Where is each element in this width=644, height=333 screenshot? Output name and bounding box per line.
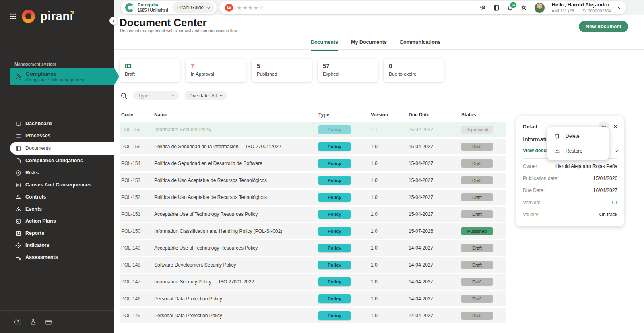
- context-menu-item[interactable]: Restore: [547, 143, 609, 158]
- menu-item-label: Delete: [566, 133, 580, 139]
- sidebar-nav-item[interactable]: Action Plans: [0, 215, 114, 227]
- nav-item-label: Controls: [25, 194, 46, 200]
- nav-item-label: Assessments: [25, 254, 58, 260]
- add-user-icon[interactable]: [479, 4, 486, 11]
- rating-stars[interactable]: ★★★★☆: [237, 5, 264, 11]
- flask-icon[interactable]: [30, 319, 37, 325]
- notifications-button[interactable]: 13: [507, 4, 514, 11]
- sidebar-nav-item[interactable]: Compliance Obligations: [0, 155, 114, 167]
- detail-field-label: Publication date:: [523, 176, 559, 181]
- sidebar-nav-item[interactable]: Causes And Consequences: [0, 179, 114, 191]
- table-row[interactable]: POL-147 Information Security Policy — IS…: [120, 274, 506, 290]
- cell-type: Policy: [313, 193, 366, 202]
- cell-code: POL-153: [120, 178, 153, 183]
- cell-code: POL-156: [120, 127, 153, 132]
- close-icon[interactable]: ×: [613, 123, 617, 130]
- cell-version: 1.0: [366, 144, 404, 149]
- table-row[interactable]: POL-155 Política de Seguridad de la Info…: [120, 139, 506, 154]
- gavel-icon: [15, 73, 22, 80]
- context-menu: Delete Restore: [547, 127, 609, 160]
- cell-name: Information Security Policy: [153, 127, 313, 132]
- detail-field-row: Validity: On track: [523, 209, 617, 221]
- detail-field-label: Version:: [523, 200, 540, 205]
- content-card: Document Center Document management with…: [114, 15, 644, 333]
- cell-due-date: 15-04-2027: [404, 178, 456, 183]
- cell-name: Política de Uso Aceptable de Recursos Te…: [153, 194, 313, 200]
- cell-name: Information Classification and Handling …: [153, 228, 313, 234]
- cell-type: Policy: [313, 176, 366, 185]
- guide-book-icon[interactable]: [493, 4, 500, 11]
- pirani-guide-label: Pirani Guide: [177, 5, 204, 10]
- sidebar-nav-item[interactable]: Indicators: [0, 239, 114, 251]
- tab-bar-divider: [114, 49, 644, 50]
- nav-item-icon: [15, 194, 21, 200]
- sidebar-nav-item[interactable]: Events: [0, 203, 114, 215]
- pirani-logo-icon: [22, 10, 35, 23]
- filter-bar: Type Due date: All: [120, 91, 227, 100]
- stat-card[interactable]: 0 Due to expire: [384, 59, 444, 82]
- user-avatar[interactable]: [534, 2, 545, 13]
- table-row[interactable]: POL-150 Information Classification and H…: [120, 223, 506, 239]
- card-icon[interactable]: [45, 319, 52, 325]
- table-row[interactable]: POL-145 Personal Data Protection Policy …: [120, 308, 506, 323]
- cell-type: Policy: [313, 227, 366, 236]
- cell-code: POL-151: [120, 211, 153, 217]
- context-menu-item[interactable]: Delete: [547, 128, 609, 143]
- cell-name: Política de Uso Aceptable de Recursos Te…: [153, 178, 313, 183]
- cell-due-date: 15-04-2027: [404, 161, 456, 166]
- brand-header: pirani: [10, 10, 74, 23]
- cell-due-date: 16-04-2027: [404, 127, 456, 132]
- cell-status: Draft: [456, 312, 506, 320]
- table-row[interactable]: POL-154 Política de Seguridad en el Desa…: [120, 156, 506, 171]
- new-document-button[interactable]: New document: [579, 21, 628, 32]
- table-row[interactable]: POL-156 Information Security Policy Poli…: [120, 122, 506, 137]
- plan-name: Enterprise: [138, 2, 169, 8]
- sidebar-nav-item[interactable]: Documents: [10, 142, 114, 155]
- nav-item-label: Documents: [25, 145, 51, 151]
- type-filter-select[interactable]: Type: [133, 91, 179, 100]
- cell-status: Deprecated: [456, 126, 506, 134]
- expand-chevron-icon[interactable]: [615, 149, 618, 152]
- due-date-filter-select[interactable]: Due date: All: [184, 91, 227, 100]
- pirani-guide-button[interactable]: Pirani Guide: [172, 2, 214, 13]
- table-row[interactable]: POL-148 Software Development Security Po…: [120, 257, 506, 273]
- sidebar-nav-item[interactable]: Assessments: [0, 251, 114, 263]
- user-greeting: Hello, Harold Alejandro: [552, 2, 611, 8]
- stat-card[interactable]: 83 Draft: [120, 59, 180, 82]
- status-badge: Draft: [461, 312, 493, 320]
- table-row[interactable]: POL-152 Política de Uso Aceptable de Rec…: [120, 190, 506, 205]
- g2-logo-icon: G: [225, 4, 233, 12]
- stat-card[interactable]: 7 In Approval: [186, 59, 246, 82]
- nav-item-label: Causes And Consequences: [25, 182, 91, 188]
- cell-status: Draft: [456, 278, 506, 286]
- type-badge: Policy: [318, 159, 351, 168]
- sidebar-nav-item[interactable]: Processes: [0, 130, 114, 142]
- sidebar-footer: ?: [0, 310, 114, 333]
- sidebar-collapse-button[interactable]: ‹: [109, 17, 117, 25]
- user-menu-chevron-icon[interactable]: [618, 6, 621, 9]
- page-subtitle: Document management with approval and co…: [120, 28, 237, 33]
- table-row[interactable]: POL-149 Acceptable Use of Technology Res…: [120, 240, 506, 256]
- table-row[interactable]: POL-153 Política de Uso Aceptable de Rec…: [120, 173, 506, 188]
- sidebar-nav-item[interactable]: Controls: [0, 191, 114, 203]
- cell-code: POL-149: [120, 245, 153, 251]
- status-badge: Draft: [461, 261, 493, 269]
- sidebar-nav-item[interactable]: Risks: [0, 167, 114, 179]
- compliance-module-banner[interactable]: Compliance Compliance risk management: [10, 68, 114, 85]
- search-icon[interactable]: [120, 92, 128, 99]
- sidebar-nav-item[interactable]: Dashboard: [0, 118, 114, 130]
- cell-status: Draft: [456, 193, 506, 201]
- page-title: Document Center: [120, 17, 207, 29]
- help-icon[interactable]: ?: [14, 319, 21, 325]
- cell-name: Política de Seguridad en el Desarrollo d…: [153, 161, 313, 166]
- table-row[interactable]: POL-151 Acceptable Use of Technology Res…: [120, 207, 506, 222]
- detail-field-value: 1.1: [611, 200, 617, 205]
- nav-item-label: Action Plans: [25, 218, 56, 224]
- stat-card[interactable]: 5 Published: [252, 59, 312, 82]
- gear-icon[interactable]: [520, 4, 527, 11]
- detail-field-row: Due Date: 16/04/2027: [523, 184, 617, 196]
- sidebar-nav-item[interactable]: Reports: [0, 227, 114, 239]
- stat-card[interactable]: 57 Expired: [318, 59, 378, 82]
- table-row[interactable]: POL-146 Personal Data Protection Policy …: [120, 291, 506, 306]
- app-launcher-icon[interactable]: [10, 13, 17, 20]
